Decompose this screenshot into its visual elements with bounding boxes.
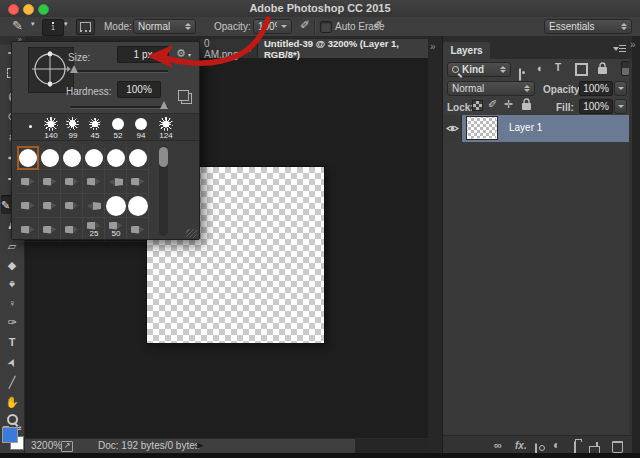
brush-cell[interactable] bbox=[39, 170, 61, 194]
new-adjustment-layer-icon[interactable]: ◐ bbox=[553, 438, 560, 453]
brush-cell[interactable] bbox=[83, 170, 105, 194]
brush-cell[interactable] bbox=[61, 146, 83, 170]
mode-dropdown[interactable]: Normal bbox=[133, 19, 196, 34]
airbrush-icon[interactable]: ✐ bbox=[300, 18, 310, 32]
brush-cell[interactable] bbox=[61, 170, 83, 194]
tab-untitled-39[interactable]: Untitled-39 @ 3200% (Layer 1, RGB/8*) bbox=[258, 39, 428, 58]
filter-adjustment-layers-icon[interactable]: ◐ bbox=[537, 62, 544, 74]
pen-tool[interactable]: ✑ bbox=[0, 315, 24, 330]
brush-cell[interactable] bbox=[17, 170, 39, 194]
lock-transparency-icon[interactable] bbox=[472, 100, 483, 111]
foreground-color-swatch[interactable] bbox=[2, 427, 18, 443]
layers-opacity-dropdown-button[interactable] bbox=[614, 81, 627, 96]
size-field[interactable]: 1 px bbox=[117, 46, 169, 63]
layers-tab[interactable]: Layers bbox=[443, 42, 490, 59]
filter-shape-layers-icon[interactable] bbox=[575, 63, 588, 76]
blur-tool[interactable]: ♠ bbox=[0, 277, 24, 292]
layer-row-selected[interactable]: Layer 1 bbox=[462, 115, 629, 142]
brush-cell[interactable] bbox=[83, 194, 105, 218]
search-icon bbox=[452, 66, 459, 73]
filter-type-layers-icon[interactable]: T bbox=[555, 62, 561, 73]
pressure-airbrush-icon[interactable]: ✐ bbox=[373, 18, 383, 32]
minimize-window-button[interactable] bbox=[23, 4, 34, 15]
link-layers-icon[interactable]: ∞ bbox=[494, 438, 502, 453]
share-icon[interactable]: ↗ bbox=[61, 441, 73, 452]
brush-cell[interactable] bbox=[39, 218, 61, 242]
brush-preset-99[interactable] bbox=[66, 117, 79, 130]
brush-cell[interactable] bbox=[83, 146, 105, 170]
brush-cell[interactable] bbox=[127, 194, 149, 218]
layer-thumbnail[interactable] bbox=[467, 117, 497, 139]
brush-cell[interactable] bbox=[17, 218, 39, 242]
brush-cell[interactable] bbox=[127, 218, 149, 242]
brush-cell[interactable] bbox=[105, 146, 127, 170]
layers-footer: ∞ fx. ◐ bbox=[443, 435, 632, 453]
expand-dock-button[interactable]: » bbox=[430, 42, 436, 52]
tab-other-document[interactable]: 0 AM.png × bbox=[200, 39, 258, 58]
hardness-field[interactable]: 100% bbox=[117, 81, 161, 98]
zoom-window-button[interactable] bbox=[38, 4, 49, 15]
brush-cell-selected[interactable] bbox=[17, 146, 39, 170]
workspace-dropdown[interactable]: Essentials bbox=[544, 19, 632, 34]
layers-list-empty-area[interactable] bbox=[443, 142, 629, 435]
layer-filter-kind-dropdown[interactable]: Kind bbox=[447, 62, 511, 77]
close-window-button[interactable] bbox=[8, 4, 19, 15]
lock-all-icon[interactable] bbox=[522, 98, 531, 110]
tab-other-close-icon[interactable]: × bbox=[246, 43, 252, 55]
horizontal-scroll-track[interactable] bbox=[355, 438, 428, 453]
tool-preset-dropdown-icon[interactable]: ▾ bbox=[31, 20, 35, 28]
type-tool[interactable]: T bbox=[0, 335, 24, 350]
size-slider-track[interactable] bbox=[70, 70, 168, 73]
brush-cell[interactable] bbox=[105, 170, 127, 194]
delete-layer-icon[interactable] bbox=[612, 441, 623, 453]
brush-preset-52[interactable] bbox=[112, 118, 124, 130]
brush-preset-94[interactable] bbox=[135, 118, 147, 130]
hand-tool[interactable]: ✋ bbox=[0, 395, 24, 410]
opacity-stepper-icon bbox=[277, 25, 287, 28]
brush-cell[interactable] bbox=[127, 170, 149, 194]
new-brush-preset-icon[interactable] bbox=[178, 90, 189, 101]
collapse-panels-button[interactable]: » bbox=[630, 40, 636, 50]
size-slider-thumb[interactable] bbox=[70, 65, 78, 73]
brush-cell[interactable] bbox=[17, 194, 39, 218]
layers-panel-menu-icon[interactable] bbox=[613, 45, 626, 54]
brush-preset-124[interactable] bbox=[159, 117, 173, 131]
opacity-dropdown[interactable]: 100% bbox=[253, 19, 292, 34]
brush-preset-140[interactable] bbox=[44, 117, 58, 131]
filter-pixel-layers-icon[interactable] bbox=[519, 68, 521, 81]
filter-smart-objects-icon[interactable] bbox=[598, 62, 607, 74]
brush-cell[interactable] bbox=[39, 146, 61, 170]
dodge-tool[interactable]: ♀ bbox=[0, 296, 24, 311]
brush-grid-scrollbar-thumb[interactable] bbox=[159, 147, 168, 167]
brush-cell[interactable] bbox=[61, 194, 83, 218]
brush-preset-45[interactable] bbox=[89, 118, 101, 130]
brush-preset-tiny[interactable] bbox=[29, 125, 32, 128]
status-flyout-icon[interactable]: ▶ bbox=[197, 440, 204, 450]
blend-mode-dropdown[interactable]: Normal bbox=[447, 81, 535, 96]
right-dock-strip: » bbox=[632, 36, 640, 458]
paint-bucket-tool[interactable]: ◆ bbox=[0, 258, 24, 273]
auto-erase-checkbox[interactable] bbox=[320, 21, 332, 33]
lock-position-icon[interactable]: ✛ bbox=[504, 98, 513, 111]
layer-visibility-cell[interactable] bbox=[443, 115, 462, 142]
hardness-slider-thumb[interactable] bbox=[160, 101, 168, 109]
line-tool[interactable]: ╱ bbox=[0, 375, 24, 390]
zoom-level-field[interactable]: 3200% bbox=[31, 439, 62, 453]
fill-field[interactable]: 100% bbox=[579, 99, 613, 114]
layers-opacity-field[interactable]: 100% bbox=[579, 81, 613, 96]
toggle-brush-panel-button[interactable] bbox=[76, 19, 95, 35]
brush-cell[interactable] bbox=[61, 218, 83, 242]
brush-preview-button[interactable]: 1 bbox=[42, 19, 64, 36]
brush-grid-scrollbar[interactable] bbox=[159, 146, 168, 236]
panel-resize-grip[interactable] bbox=[186, 229, 197, 238]
lock-paint-icon[interactable]: ✐ bbox=[488, 98, 497, 111]
brush-picker-dropdown-icon[interactable]: ▾ bbox=[64, 20, 68, 28]
brush-cell[interactable] bbox=[127, 146, 149, 170]
fill-dropdown-button[interactable] bbox=[614, 99, 627, 114]
brush-cell[interactable] bbox=[105, 194, 127, 218]
hardness-slider-track[interactable] bbox=[70, 106, 168, 109]
gear-icon[interactable]: ⚙ bbox=[176, 47, 186, 60]
brush-cell[interactable] bbox=[39, 194, 61, 218]
layer-style-icon[interactable]: fx. bbox=[515, 438, 527, 453]
path-selection-tool[interactable]: ➤ bbox=[0, 348, 24, 376]
